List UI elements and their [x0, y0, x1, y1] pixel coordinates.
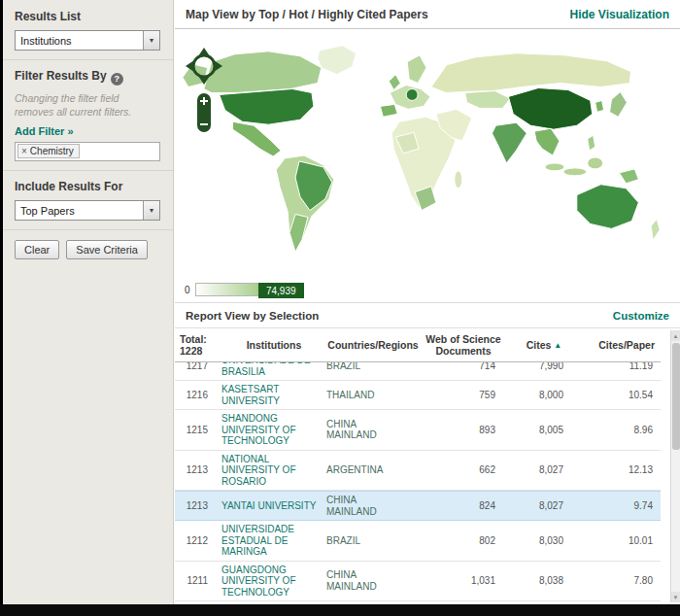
save-criteria-button[interactable]: Save Criteria — [66, 240, 148, 259]
rank-cell: 1217 — [175, 362, 221, 371]
map-region-spain[interactable] — [380, 104, 397, 117]
table-row[interactable]: 1217 UNIVERSIDADE DE BRASILIA BRAZIL 714… — [175, 362, 661, 381]
table-row[interactable]: 1212 UNIVERSIDADE ESTADUAL DE MARINGA BR… — [175, 521, 661, 562]
institution-link[interactable]: KASETSART UNIVERSITY — [221, 384, 326, 406]
map-region-indochina[interactable] — [534, 128, 560, 155]
filter-chip-chemistry[interactable]: × Chemistry — [17, 144, 80, 158]
rank-cell: 1212 — [175, 535, 221, 547]
docs-cell: 802 — [420, 535, 507, 547]
cites-per-paper-cell: 9.74 — [581, 500, 661, 512]
map-region-japan[interactable] — [610, 91, 628, 117]
scrollbar-thumb[interactable] — [672, 343, 680, 450]
country-cell: BRAZIL — [326, 362, 420, 371]
cites-cell: 8,027 — [507, 464, 581, 476]
cites-per-paper-column-header[interactable]: Cites/Paper — [581, 339, 661, 351]
cites-per-paper-cell: 11.19 — [581, 362, 661, 371]
map-region-scandinavia[interactable] — [407, 55, 426, 84]
map-region-new-zealand[interactable] — [651, 219, 660, 240]
filter-note-line2: removes all current filters. — [15, 106, 131, 118]
table-row[interactable]: 1215 SHANDONG UNIVERSITY OF TECHNOLOGY C… — [175, 410, 661, 451]
total-label: Total: — [180, 333, 207, 345]
include-results-title: Include Results For — [15, 180, 161, 193]
docs-cell: 759 — [420, 390, 507, 401]
map-area: 0 74,939 — [175, 29, 680, 303]
institution-link[interactable]: SHANDONG UNIVERSITY OF TECHNOLOGY — [221, 413, 326, 447]
country-cell: CHINA MAINLAND — [326, 569, 420, 592]
pan-compass-control[interactable] — [186, 48, 222, 85]
map-region-new-guinea[interactable] — [619, 169, 638, 184]
cites-cell: 7,990 — [507, 362, 581, 371]
map-region-united-kingdom[interactable] — [389, 75, 400, 90]
docs-cell: 1,031 — [420, 575, 507, 587]
table-row[interactable]: 1216 KASETSART UNIVERSITY THAILAND 759 8… — [175, 381, 661, 410]
divider — [3, 229, 173, 230]
pan-left-arrow-icon[interactable] — [186, 60, 194, 72]
map-region-central-asia[interactable] — [465, 91, 511, 109]
pan-down-arrow-icon[interactable] — [198, 76, 210, 85]
close-icon[interactable]: × — [21, 146, 27, 156]
map-region-mexico[interactable] — [233, 121, 282, 156]
sort-ascending-icon[interactable]: ▲ — [554, 341, 561, 350]
results-list-selected-value: Institutions — [16, 35, 72, 47]
map-region-philippines[interactable] — [588, 135, 595, 151]
map-region-russia[interactable] — [431, 53, 630, 93]
customize-link[interactable]: Customize — [613, 310, 669, 322]
map-region-greenland[interactable] — [318, 46, 357, 75]
institution-link[interactable]: UNIVERSIDADE DE BRASILIA — [221, 362, 326, 377]
map-region-korea[interactable] — [595, 100, 604, 112]
institutions-column-header[interactable]: Institutions — [221, 339, 326, 351]
results-list-select[interactable]: Institutions ▾ — [15, 30, 160, 51]
add-filter-link[interactable]: Add Filter » — [15, 125, 74, 137]
clear-button[interactable]: Clear — [15, 240, 59, 259]
documents-column-header[interactable]: Web of Science Documents — [420, 333, 507, 357]
scroll-down-icon[interactable]: ▼ — [671, 592, 680, 602]
country-cell: CHINA MAINLAND — [326, 495, 420, 517]
map-region-usa[interactable] — [220, 89, 314, 125]
country-cell: BRAZIL — [326, 535, 420, 547]
pan-right-arrow-icon[interactable] — [214, 60, 222, 72]
institution-link[interactable]: YANTAI UNIVERSITY — [221, 500, 326, 512]
world-choropleth-map[interactable] — [177, 31, 678, 276]
institution-link[interactable]: NATIONAL UNIVERSITY OF ROSARIO — [221, 454, 326, 488]
map-region-india[interactable] — [492, 122, 527, 163]
cites-per-paper-cell: 7.80 — [581, 575, 661, 587]
divider — [3, 59, 173, 60]
hide-visualization-link[interactable]: Hide Visualization — [570, 8, 669, 21]
map-region-australia[interactable] — [577, 185, 639, 229]
map-region-java[interactable] — [563, 168, 587, 176]
rank-cell: 1216 — [175, 390, 221, 401]
results-list-title: Results List — [15, 10, 161, 23]
map-region-borneo[interactable] — [588, 157, 603, 169]
page: Results List Institutions ▾ Filter Resul… — [0, 0, 680, 616]
include-results-select[interactable]: Top Papers ▾ — [15, 200, 160, 221]
map-region-sumatra[interactable] — [545, 163, 564, 171]
map-region-china[interactable] — [508, 88, 592, 130]
filter-note-line1: Changing the filter field — [15, 92, 119, 104]
table-row[interactable]: 1213 NATIONAL UNIVERSITY OF ROSARIO ARGE… — [175, 451, 661, 492]
zoom-control[interactable] — [197, 93, 211, 132]
results-table-header: Total: 1228 Institutions Countries/Regio… — [175, 328, 661, 362]
docs-cell: 824 — [420, 500, 507, 512]
rank-cell: 1215 — [175, 425, 221, 436]
pan-up-arrow-icon[interactable] — [198, 48, 210, 56]
table-scrollbar[interactable]: ▲ ▼ — [670, 330, 680, 602]
cites-header-label: Cites — [527, 339, 552, 351]
map-view-title: Map View by Top / Hot / Highly Cited Pap… — [186, 8, 428, 21]
bottom-edge-bar — [0, 604, 680, 616]
map-navigation-controls[interactable] — [185, 45, 223, 138]
cites-column-header[interactable]: Cites ▲ — [507, 339, 581, 351]
filter-results-title-text: Filter Results By — [15, 69, 107, 83]
country-cell: THAILAND — [326, 390, 420, 401]
map-region-germany[interactable] — [406, 89, 418, 101]
country-cell: CHINA MAINLAND — [326, 419, 420, 441]
institution-link[interactable]: GUANGDONG UNIVERSITY OF TECHNOLOGY — [221, 565, 326, 599]
rank-cell: 1213 — [175, 464, 221, 476]
rank-cell: 1213 — [175, 500, 221, 512]
scroll-up-icon[interactable]: ▲ — [671, 330, 680, 341]
countries-column-header[interactable]: Countries/Regions — [326, 339, 420, 351]
table-row-selected[interactable]: 1213 YANTAI UNIVERSITY CHINA MAINLAND 82… — [175, 491, 661, 521]
table-row[interactable]: 1211 GUANGDONG UNIVERSITY OF TECHNOLOGY … — [175, 562, 661, 602]
institution-link[interactable]: UNIVERSIDADE ESTADUAL DE MARINGA — [221, 524, 326, 558]
map-region-madagascar[interactable] — [455, 171, 462, 188]
help-icon[interactable]: ? — [111, 73, 123, 86]
